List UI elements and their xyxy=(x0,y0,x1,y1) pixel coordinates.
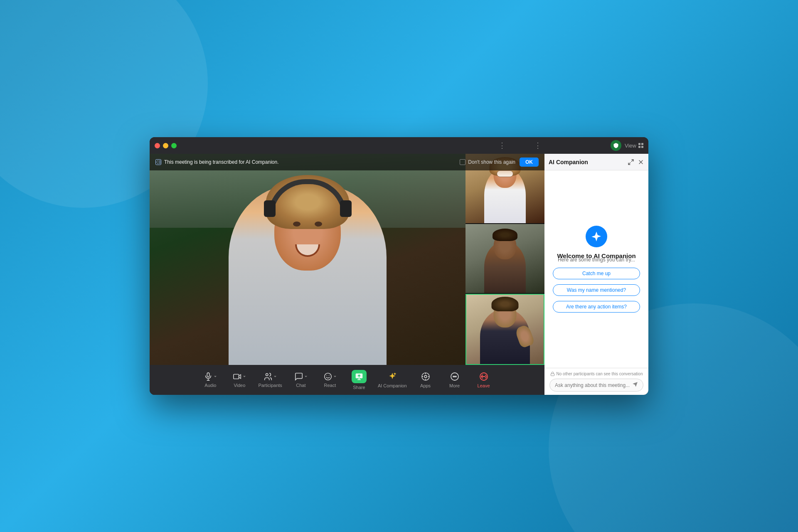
close-button[interactable] xyxy=(155,143,160,148)
close-icon[interactable] xyxy=(638,159,644,165)
toolbar: Audio Video xyxy=(150,365,544,395)
video-caret-icon xyxy=(243,375,246,378)
video-grid xyxy=(150,154,544,365)
view-button[interactable]: View xyxy=(625,143,643,149)
transcription-message: This meeting is being transcribed for AI… xyxy=(164,159,278,165)
svg-point-6 xyxy=(325,373,332,380)
video-button[interactable]: Video xyxy=(225,369,254,390)
title-bar-right: View ⋮ xyxy=(611,137,643,154)
ai-input-field[interactable] xyxy=(555,382,632,388)
camera-icon xyxy=(233,372,242,381)
microphone-icon xyxy=(204,372,213,381)
ai-panel-header: AI Companion xyxy=(544,154,648,170)
send-icon xyxy=(632,382,638,387)
share-icon xyxy=(355,372,363,381)
audio-caret-icon xyxy=(214,375,217,378)
audio-button[interactable]: Audio xyxy=(196,369,225,390)
ai-companion-panel: AI Companion xyxy=(544,154,648,395)
main-content: This meeting is being transcribed for AI… xyxy=(150,154,648,395)
chat-caret-icon xyxy=(304,375,308,378)
ai-panel-footer: No other participants can see this conve… xyxy=(544,368,648,395)
privacy-note-text: No other participants can see this conve… xyxy=(557,372,643,376)
maximize-button[interactable] xyxy=(171,143,177,148)
lock-icon xyxy=(550,372,555,376)
participants-icon xyxy=(264,372,273,381)
share-icon-bg xyxy=(352,370,367,383)
react-caret-icon xyxy=(333,375,337,378)
svg-point-15 xyxy=(456,376,456,377)
share-button[interactable]: Share xyxy=(345,367,374,392)
ai-send-button[interactable] xyxy=(632,382,638,389)
ok-button[interactable]: OK xyxy=(520,158,539,167)
suggestion-name-mentioned[interactable]: Was my name mentioned? xyxy=(553,284,640,296)
ai-panel-actions xyxy=(628,159,644,165)
svg-point-13 xyxy=(453,376,454,377)
view-label: View xyxy=(625,143,636,149)
dont-show-checkbox[interactable]: Don't show this again xyxy=(460,159,515,165)
grid-view-icon xyxy=(638,143,643,148)
chat-label: Chat xyxy=(296,383,305,388)
svg-rect-4 xyxy=(234,374,239,379)
suggestion-action-items[interactable]: Are there any action items? xyxy=(553,301,640,313)
apps-button[interactable]: Apps xyxy=(411,369,440,391)
traffic-lights xyxy=(155,143,177,148)
apps-label: Apps xyxy=(420,383,431,388)
audio-label: Audio xyxy=(204,383,216,388)
chat-button[interactable]: Chat xyxy=(286,369,315,390)
panel-options-button[interactable]: ⋮ xyxy=(532,137,543,154)
shield-icon xyxy=(611,140,621,151)
title-bar: View ⋮ ⋮ xyxy=(150,137,648,154)
ai-privacy-note: No other participants can see this conve… xyxy=(549,372,643,376)
react-button[interactable]: React xyxy=(315,369,345,390)
ai-welcome-subtitle: Here are some things you can try... xyxy=(557,257,635,263)
ai-companion-label: AI Companion xyxy=(378,383,407,388)
side-videos xyxy=(466,154,544,365)
app-window: View ⋮ ⋮ This meeting is being xyxy=(150,137,648,395)
transcription-banner: This meeting is being transcribed for AI… xyxy=(150,154,544,170)
video-area: This meeting is being transcribed for AI… xyxy=(150,154,544,395)
more-options-button[interactable]: ⋮ xyxy=(498,137,506,154)
main-video-feed xyxy=(150,154,466,365)
ai-companion-icon xyxy=(387,372,397,382)
apps-icon xyxy=(421,372,431,382)
share-label: Share xyxy=(353,385,365,390)
dont-show-label: Don't show this again xyxy=(468,159,515,165)
svg-point-10 xyxy=(424,375,427,378)
react-label: React xyxy=(324,383,336,388)
svg-point-5 xyxy=(266,374,268,376)
svg-rect-19 xyxy=(551,374,554,376)
ai-welcome-section: Welcome to AI Companion Here are some th… xyxy=(557,252,635,263)
ai-input-area[interactable] xyxy=(549,379,643,392)
ai-companion-button[interactable]: AI Companion xyxy=(374,369,411,391)
react-icon xyxy=(323,372,332,381)
transcription-left: This meeting is being transcribed for AI… xyxy=(155,159,278,165)
leave-label: Leave xyxy=(478,383,490,388)
participant-2-video xyxy=(466,224,544,293)
participant-3-video xyxy=(466,294,544,365)
more-icon xyxy=(450,372,460,382)
video-label: Video xyxy=(234,383,245,388)
ai-sparkle-icon xyxy=(591,231,602,242)
more-label: More xyxy=(449,383,460,388)
ai-panel-title: AI Companion xyxy=(549,159,588,165)
chat-icon xyxy=(294,372,303,381)
more-button[interactable]: More xyxy=(440,369,469,391)
participants-caret-icon xyxy=(273,375,277,378)
leave-icon xyxy=(479,372,489,382)
participants-button[interactable]: Participants xyxy=(254,369,286,390)
popout-icon[interactable] xyxy=(628,159,634,165)
svg-point-14 xyxy=(454,376,455,377)
minimize-button[interactable] xyxy=(163,143,168,148)
ai-transcription-icon xyxy=(155,159,161,165)
suggestion-catch-me-up[interactable]: Catch me up xyxy=(553,268,640,279)
dont-show-checkbox-box[interactable] xyxy=(460,159,466,165)
main-participant-video xyxy=(150,154,466,365)
transcription-right: Don't show this again OK xyxy=(460,158,539,167)
ai-panel-body: Welcome to AI Companion Here are some th… xyxy=(544,170,648,368)
ai-logo xyxy=(586,226,607,247)
svg-rect-1 xyxy=(207,373,210,377)
participants-label: Participants xyxy=(258,383,282,388)
leave-button[interactable]: Leave xyxy=(469,369,498,391)
